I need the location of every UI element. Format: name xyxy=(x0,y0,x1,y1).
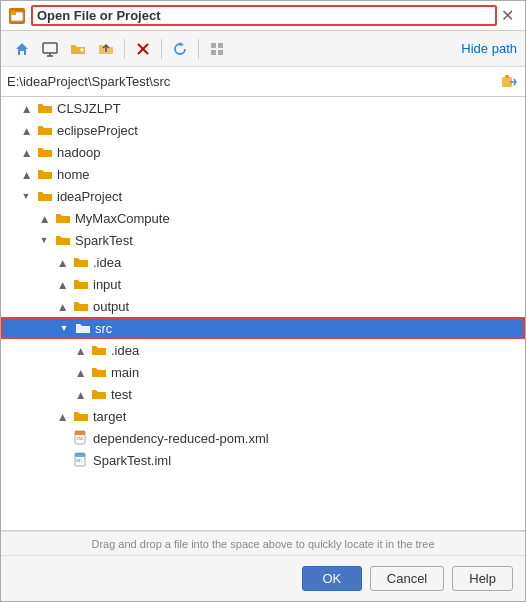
cancel-button[interactable]: Cancel xyxy=(370,566,444,591)
svg-rect-12 xyxy=(218,43,223,48)
item-label: ideaProject xyxy=(57,189,122,204)
view-button[interactable] xyxy=(204,36,230,62)
svg-rect-13 xyxy=(211,50,216,55)
open-file-dialog: Open File or Project ✕ xyxy=(0,0,526,602)
arrow-icon: ▶ xyxy=(55,410,69,424)
svg-marker-10 xyxy=(180,42,184,46)
folder-icon xyxy=(73,298,89,314)
item-label: eclipseProject xyxy=(57,123,138,138)
svg-rect-14 xyxy=(218,50,223,55)
item-label: home xyxy=(57,167,90,182)
new-folder-button[interactable] xyxy=(65,36,91,62)
delete-button[interactable] xyxy=(130,36,156,62)
folder-icon xyxy=(37,100,53,116)
toolbar-separator xyxy=(124,39,125,59)
folder-icon xyxy=(37,122,53,138)
folder-icon xyxy=(91,386,107,402)
folder-icon xyxy=(75,320,91,336)
svg-rect-21 xyxy=(75,453,85,457)
tree-item-target[interactable]: ▶ target xyxy=(1,405,525,427)
item-label: test xyxy=(111,387,132,402)
help-button[interactable]: Help xyxy=(452,566,513,591)
home-button[interactable] xyxy=(9,36,35,62)
path-bar xyxy=(1,67,525,97)
arrow-icon: ▶ xyxy=(55,278,69,292)
folder-icon xyxy=(55,210,71,226)
toolbar-separator3 xyxy=(198,39,199,59)
drag-hint: Drag and drop a file into the space abov… xyxy=(1,531,525,555)
folder-icon xyxy=(55,232,71,248)
arrow-icon: ▶ xyxy=(73,366,87,380)
item-label: CLSJZLPT xyxy=(57,101,121,116)
title-bar: Open File or Project ✕ xyxy=(1,1,525,31)
arrow-icon: ▶ xyxy=(19,102,33,116)
svg-rect-2 xyxy=(11,10,15,13)
item-label: SparkTest.iml xyxy=(93,453,171,468)
arrow-icon: ▶ xyxy=(19,146,33,160)
arrow-icon: ▶ xyxy=(73,344,87,358)
folder-icon xyxy=(37,144,53,160)
tree-item-eclipseProject[interactable]: ▶ eclipseProject xyxy=(1,119,525,141)
ok-button[interactable]: OK xyxy=(302,566,362,591)
path-go-icon[interactable] xyxy=(499,72,519,92)
folder-icon xyxy=(91,342,107,358)
item-label: src xyxy=(95,321,112,336)
item-label: output xyxy=(93,299,129,314)
svg-text:XML: XML xyxy=(76,436,85,441)
arrow-icon: ▶ xyxy=(55,256,69,270)
toolbar-separator2 xyxy=(161,39,162,59)
tree-item-MyMaxCompute[interactable]: ▶ MyMaxCompute xyxy=(1,207,525,229)
item-label: SparkTest xyxy=(75,233,133,248)
hide-path-link[interactable]: Hide path xyxy=(461,41,517,56)
arrow-icon: ▼ xyxy=(37,233,51,247)
close-button[interactable]: ✕ xyxy=(497,6,517,26)
svg-rect-16 xyxy=(505,75,509,78)
folder-icon xyxy=(73,408,89,424)
path-input[interactable] xyxy=(7,74,499,89)
dialog-title: Open File or Project xyxy=(31,5,497,26)
arrow-icon: ▶ xyxy=(19,168,33,182)
tree-item-test[interactable]: ▶ test xyxy=(1,383,525,405)
folder-icon xyxy=(91,364,107,380)
arrow-icon: ▶ xyxy=(19,124,33,138)
tree-item-hadoop[interactable]: ▶ hadoop xyxy=(1,141,525,163)
toolbar: Hide path xyxy=(1,31,525,67)
tree-item-CLSJZLPT[interactable]: ▶ CLSJZLPT xyxy=(1,97,525,119)
svg-text:IML: IML xyxy=(76,458,83,463)
dialog-icon xyxy=(9,8,25,24)
tree-item-src[interactable]: ▼ src xyxy=(1,317,525,339)
folder-icon xyxy=(37,166,53,182)
tree-item-idea-src[interactable]: ▶ .idea xyxy=(1,339,525,361)
item-label: hadoop xyxy=(57,145,100,160)
item-label: input xyxy=(93,277,121,292)
arrow-icon: ▼ xyxy=(19,189,33,203)
tree-item-iml[interactable]: ▶ IML SparkTest.iml xyxy=(1,449,525,471)
tree-item-idea[interactable]: ▶ .idea xyxy=(1,251,525,273)
item-label: target xyxy=(93,409,126,424)
button-bar: OK Cancel Help xyxy=(1,555,525,601)
folder-icon xyxy=(73,276,89,292)
tree-item-ideaProject[interactable]: ▼ ideaProject xyxy=(1,185,525,207)
tree-item-pom-xml[interactable]: ▶ XML dependency-reduced-pom.xml xyxy=(1,427,525,449)
arrow-icon: ▼ xyxy=(57,321,71,335)
tree-item-main[interactable]: ▶ main xyxy=(1,361,525,383)
item-label: dependency-reduced-pom.xml xyxy=(93,431,269,446)
item-label: .idea xyxy=(111,343,139,358)
arrow-icon: ▶ xyxy=(37,212,51,226)
up-button[interactable] xyxy=(93,36,119,62)
svg-rect-3 xyxy=(43,43,57,53)
folder-icon xyxy=(37,188,53,204)
refresh-button[interactable] xyxy=(167,36,193,62)
tree-item-input[interactable]: ▶ input xyxy=(1,273,525,295)
tree-item-home[interactable]: ▶ home xyxy=(1,163,525,185)
svg-rect-18 xyxy=(75,431,85,435)
tree-item-SparkTest[interactable]: ▼ SparkTest xyxy=(1,229,525,251)
arrow-icon: ▶ xyxy=(55,300,69,314)
file-tree[interactable]: ▶ CLSJZLPT ▶ eclipseProject ▶ hadoop ▶ xyxy=(1,97,525,531)
item-label: main xyxy=(111,365,139,380)
xml-file-icon: XML xyxy=(73,430,89,446)
svg-rect-7 xyxy=(81,47,83,51)
tree-item-output[interactable]: ▶ output xyxy=(1,295,525,317)
desktop-button[interactable] xyxy=(37,36,63,62)
item-label: .idea xyxy=(93,255,121,270)
